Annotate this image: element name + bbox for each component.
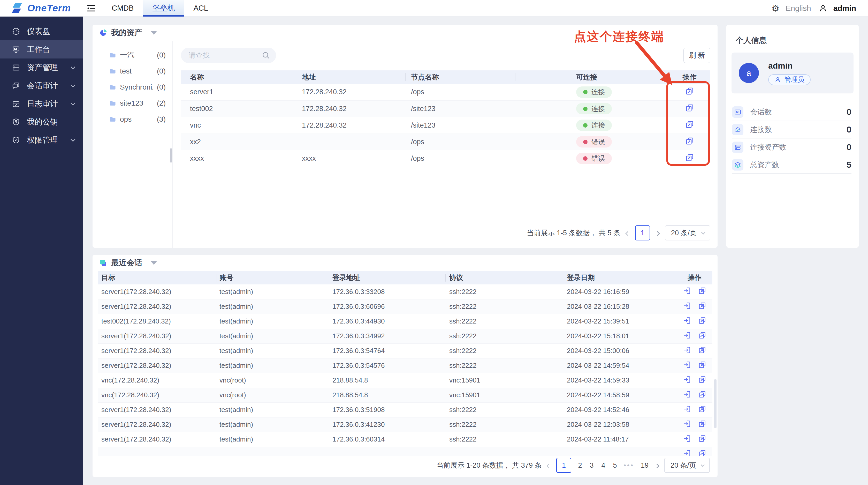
chat-icon: [99, 259, 107, 267]
status-badge: 连接: [576, 120, 612, 131]
tree-node[interactable]: Synchronize ... (0): [93, 79, 173, 95]
tab-bastion[interactable]: 堡垒机: [143, 0, 184, 17]
asset-row[interactable]: xx2 /ops 错误: [181, 134, 710, 150]
replay-session-icon[interactable]: [683, 316, 691, 325]
asset-node: /site123: [405, 101, 515, 117]
session-target: server1(172.28.240.32): [98, 432, 217, 447]
replay-session-icon[interactable]: [683, 434, 691, 443]
page-button-4[interactable]: 4: [600, 461, 606, 469]
page-button-3[interactable]: 3: [589, 461, 594, 469]
tree-node[interactable]: ops (3): [93, 111, 173, 127]
tab-cmdb[interactable]: CMDB: [102, 0, 143, 17]
session-account: vnc(root): [217, 388, 328, 402]
open-terminal-icon[interactable]: [698, 405, 707, 413]
caret-down-icon[interactable]: [150, 31, 157, 35]
session-row: server1(172.28.240.32) test(admin) 172.3…: [98, 432, 712, 447]
session-protocol: ssh:2222: [445, 417, 563, 432]
current-user[interactable]: admin: [833, 4, 856, 13]
refresh-button[interactable]: 刷 新: [683, 48, 710, 63]
profile-stats: 会话数 0 连接数 0 连接资产数 0 总资产数 5: [732, 103, 851, 174]
open-terminal-icon[interactable]: [698, 420, 707, 428]
open-terminal-icon[interactable]: [698, 390, 707, 399]
next-page-button[interactable]: [656, 229, 659, 237]
sidebar-item-session-audit[interactable]: 会话审计: [0, 77, 83, 95]
open-terminal-icon[interactable]: [698, 331, 707, 340]
caret-down-icon[interactable]: [150, 261, 157, 265]
sidebar-item-log-audit[interactable]: 日志审计: [0, 95, 83, 113]
status-badge: 连接: [576, 103, 612, 114]
page-button-1[interactable]: 1: [556, 458, 571, 473]
app-logo-text: OneTerm: [27, 3, 71, 14]
my-assets-panel: 我的资产 一汽 (0) test (0) Synchronize ... (0)…: [93, 25, 718, 248]
sidebar-item-dashboard[interactable]: 仪表盘: [0, 22, 83, 40]
replay-session-icon[interactable]: [683, 405, 691, 413]
asset-row[interactable]: vnc 172.28.240.32 /site123 连接: [181, 117, 710, 134]
open-terminal-icon[interactable]: [685, 120, 694, 129]
tab-acl[interactable]: ACL: [184, 0, 217, 17]
more-pages-button[interactable]: •••: [624, 461, 634, 469]
prev-page-button[interactable]: [626, 229, 629, 237]
assets-panel-title: 我的资产: [111, 27, 142, 38]
replay-session-icon[interactable]: [683, 302, 691, 310]
session-login-date: 2024-03-22 15:18:01: [563, 329, 677, 343]
open-terminal-icon[interactable]: [685, 103, 694, 113]
column-header-actions: 操作: [669, 70, 710, 84]
page-size-select[interactable]: 20 条/页: [664, 458, 710, 473]
chevron-down-icon: [70, 64, 75, 69]
profile-panel-title: 个人信息: [726, 25, 859, 46]
tree-node[interactable]: site123 (2): [93, 95, 173, 111]
sidebar-item-workbench[interactable]: 工作台: [0, 40, 83, 58]
language-switch[interactable]: English: [785, 4, 811, 13]
sidebar-collapse-button[interactable]: [87, 5, 96, 12]
tree-node-count: (0): [157, 51, 166, 59]
replay-session-icon[interactable]: [683, 420, 691, 428]
open-terminal-icon[interactable]: [685, 136, 694, 146]
stat-connected-assets: 连接资产数 0: [732, 139, 851, 156]
page-button-19[interactable]: 19: [640, 461, 650, 469]
replay-session-icon[interactable]: [683, 390, 691, 399]
collapse-menu-icon: [87, 5, 96, 12]
sidebar-item-asset-management[interactable]: 资产管理: [0, 58, 83, 77]
asset-row[interactable]: test002 172.28.240.32 /site123 连接: [181, 101, 710, 117]
page-button-1[interactable]: 1: [635, 225, 650, 240]
replay-session-icon[interactable]: [683, 286, 691, 295]
open-terminal-icon[interactable]: [698, 286, 707, 295]
scrollbar-thumb[interactable]: [714, 379, 716, 428]
tree-scrollbar[interactable]: [170, 148, 172, 163]
page-size-select[interactable]: 20 条/页: [665, 225, 710, 240]
prev-page-button[interactable]: [547, 461, 551, 469]
sidebar-item-permission-management[interactable]: 权限管理: [0, 131, 83, 149]
replay-session-icon[interactable]: [683, 346, 691, 354]
page-button-5[interactable]: 5: [612, 461, 618, 469]
open-terminal-icon[interactable]: [698, 361, 707, 369]
tree-node[interactable]: test (0): [93, 63, 173, 79]
page-button-2[interactable]: 2: [577, 461, 583, 469]
replay-session-icon[interactable]: [683, 375, 691, 384]
open-terminal-icon[interactable]: [698, 346, 707, 354]
session-login-date: [563, 447, 677, 456]
open-terminal-icon[interactable]: [698, 434, 707, 443]
app-logo[interactable]: OneTerm: [0, 2, 83, 14]
session-row: vnc(172.28.240.32) vnc(root) 218.88.54.8…: [98, 373, 712, 388]
asset-row[interactable]: server1 172.28.240.32 /ops 连接: [181, 84, 710, 101]
open-terminal-icon[interactable]: [698, 302, 707, 310]
settings-gear-icon[interactable]: ⚙: [772, 3, 779, 13]
asset-name: xxxx: [181, 150, 297, 167]
open-terminal-icon[interactable]: [685, 86, 694, 96]
open-terminal-icon[interactable]: [698, 375, 707, 384]
tree-node-count: (3): [157, 115, 166, 123]
sidebar-item-public-key[interactable]: 我的公钥: [0, 113, 83, 131]
replay-session-icon[interactable]: [683, 361, 691, 369]
asset-row[interactable]: xxxx xxxx /ops 错误: [181, 150, 710, 167]
session-account: test(admin): [217, 417, 328, 432]
next-page-button[interactable]: [655, 461, 659, 469]
open-terminal-icon[interactable]: [685, 153, 694, 162]
session-target: test002(172.28.240.32): [98, 314, 217, 329]
tree-node[interactable]: 一汽 (0): [93, 47, 173, 63]
open-terminal-icon[interactable]: [698, 316, 707, 325]
replay-session-icon[interactable]: [683, 331, 691, 340]
open-terminal-icon[interactable]: [698, 449, 707, 457]
sessions-panel-title: 最近会话: [111, 258, 142, 268]
role-badge[interactable]: 管理员: [768, 74, 811, 85]
replay-session-icon[interactable]: [683, 449, 691, 457]
